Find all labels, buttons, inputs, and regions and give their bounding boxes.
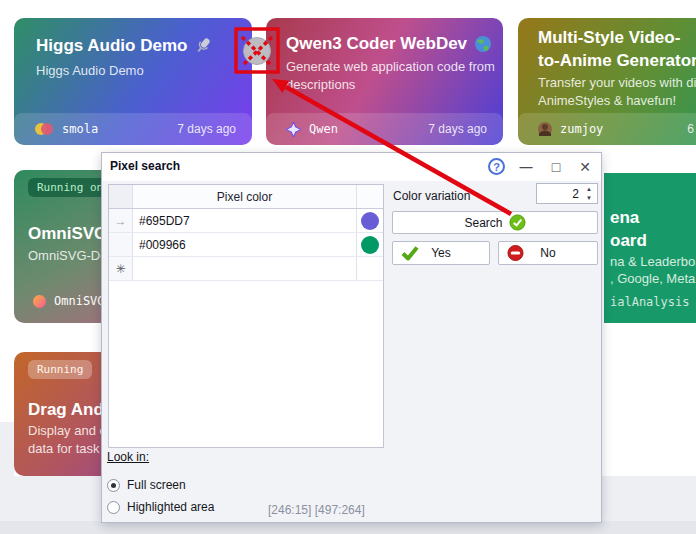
omnisvg-avatar <box>33 295 46 308</box>
no-button-label: No <box>540 246 555 260</box>
card-subtitle-line1: Transfer your videos with dif <box>538 74 696 92</box>
radio-full-screen[interactable]: Full screen <box>107 478 186 492</box>
radio-button-selected[interactable] <box>107 479 120 492</box>
space-card-arena-leaderboard[interactable]: ena oard na & Leaderboar , Google, Meta,… <box>604 173 696 323</box>
swatch-cell[interactable] <box>357 209 383 232</box>
card-footer: Qwen 7 days ago <box>266 113 503 145</box>
zumjoy-avatar <box>538 122 552 136</box>
card-subtitle-line2: , Google, Meta, +) <box>610 270 696 288</box>
running-on-badge: Running on <box>28 178 112 197</box>
card-updated-time: 7 days ago <box>428 122 487 136</box>
smola-avatar <box>34 122 54 136</box>
color-variation-spinner[interactable]: 2 ▲ ▼ <box>536 183 598 204</box>
space-card-qwen3-coder[interactable]: Qwen3 Coder WebDev Generate web applicat… <box>266 18 503 145</box>
card-title-line2: oard <box>610 229 647 252</box>
pixel-search-dialog: Pixel search ? — □ ✕ Pixel color → #695D… <box>101 152 602 523</box>
card-title-line1: Multi-Style Video- <box>538 26 680 49</box>
card-author[interactable]: smola <box>62 122 98 136</box>
search-button-label: Search <box>464 216 502 230</box>
card-subtitle-line2: data for task <box>28 440 100 458</box>
card-updated-time: 6 <box>687 122 694 136</box>
spinner-down-icon[interactable]: ▼ <box>583 194 595 202</box>
search-button[interactable]: Search <box>392 211 598 234</box>
color-variation-label: Color variation <box>393 189 470 203</box>
yes-button-label: Yes <box>431 246 451 260</box>
card-subtitle-line1: Display and e <box>28 422 107 440</box>
card-title: Higgs Audio Demo <box>36 34 187 57</box>
radio-button-unselected[interactable] <box>107 501 120 514</box>
card-footer: zumjoy 6 <box>518 113 696 145</box>
red-minus-circle-icon <box>507 245 524 262</box>
green-check-circle-icon <box>509 214 526 231</box>
card-author[interactable]: Qwen <box>309 122 338 136</box>
new-row-icon: ✳ <box>109 257 133 280</box>
radio-highlighted-area[interactable]: Highlighted area <box>107 500 214 514</box>
close-icon[interactable]: ✕ <box>576 158 594 175</box>
pixel-color-table[interactable]: Pixel color → #695DD7 #009966 ✳ <box>108 184 384 448</box>
globe-icon <box>474 35 492 53</box>
maximize-icon[interactable]: □ <box>547 158 565 175</box>
card-footer-text: ialAnalysis 6 <box>610 295 696 309</box>
spinner-up-icon[interactable]: ▲ <box>583 185 595 193</box>
card-title: OmniSVG <box>28 222 107 245</box>
minimize-icon[interactable]: — <box>517 158 535 175</box>
pixel-color-value[interactable]: #695DD7 <box>133 209 357 232</box>
card-title-line1: ena <box>610 206 639 229</box>
microphone-icon <box>194 36 213 55</box>
radio-label: Highlighted area <box>127 500 214 514</box>
desktop-screenshot: Higgs Audio Demo Higgs Audio Demo smola … <box>0 0 696 534</box>
table-header-row: Pixel color <box>109 185 383 209</box>
card-subtitle-line2: AnimeStyles & havefun! <box>538 92 676 110</box>
space-card-higgs-audio[interactable]: Higgs Audio Demo Higgs Audio Demo smola … <box>14 18 252 145</box>
card-subtitle-line1: na & Leaderboar <box>610 253 696 271</box>
card-title-line2: to-Anime Generator <box>538 49 696 72</box>
space-card-video-to-anime[interactable]: Multi-Style Video- to-Anime Generator Tr… <box>518 18 696 145</box>
card-updated-time: 7 days ago <box>177 122 236 136</box>
dialog-titlebar[interactable]: Pixel search ? — □ ✕ <box>102 153 601 181</box>
color-swatch[interactable] <box>361 236 379 254</box>
running-badge: Running <box>28 360 92 379</box>
radio-label: Full screen <box>127 478 186 492</box>
help-icon[interactable]: ? <box>488 158 505 175</box>
look-in-label: Look in: <box>107 450 149 464</box>
card-subtitle-line2: descriptions <box>286 76 355 94</box>
swatch-column-header <box>357 185 383 208</box>
row-gutter <box>109 233 133 256</box>
color-variation-value[interactable]: 2 <box>572 187 579 201</box>
table-header-gutter <box>109 185 133 208</box>
dialog-title: Pixel search <box>110 159 180 173</box>
qwen-logo-icon <box>286 122 301 137</box>
pixel-color-column-header: Pixel color <box>133 185 357 208</box>
color-swatch[interactable] <box>361 212 379 230</box>
no-button[interactable]: No <box>498 241 598 265</box>
card-subtitle: Higgs Audio Demo <box>36 62 144 80</box>
empty-color-cell[interactable] <box>133 257 357 280</box>
card-subtitle-line1: Generate web application code from <box>286 58 495 76</box>
current-row-arrow-icon: → <box>109 209 133 232</box>
card-footer: smola 7 days ago <box>14 113 252 145</box>
card-author[interactable]: OmniSVG <box>54 294 105 308</box>
card-title: Qwen3 Coder WebDev <box>286 32 467 55</box>
table-row[interactable]: #009966 <box>109 233 383 257</box>
yes-button[interactable]: Yes <box>392 241 490 265</box>
card-title: Drag And <box>28 398 104 421</box>
green-check-icon <box>401 246 419 261</box>
swatch-cell[interactable] <box>357 233 383 256</box>
pixel-color-value[interactable]: #009966 <box>133 233 357 256</box>
table-row[interactable]: → #695DD7 <box>109 209 383 233</box>
table-new-row[interactable]: ✳ <box>109 257 383 281</box>
empty-swatch-cell[interactable] <box>357 257 383 280</box>
card-author[interactable]: zumjoy <box>560 122 603 136</box>
highlighted-area-coordinates: [246:15] [497:264] <box>268 503 365 517</box>
card-subtitle: OmniSVG-De <box>28 247 107 265</box>
